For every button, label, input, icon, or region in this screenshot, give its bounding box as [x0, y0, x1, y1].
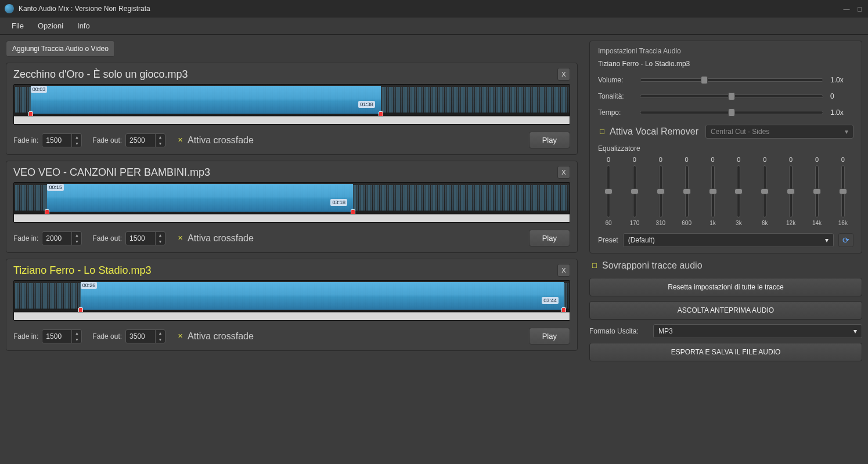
menu-info[interactable]: Info: [70, 19, 97, 32]
fadein-input[interactable]: [42, 134, 71, 147]
eq-frequency: 170: [630, 220, 640, 226]
eq-slider[interactable]: [607, 165, 610, 217]
spinner-down-icon[interactable]: ▼: [156, 238, 165, 245]
spinner-down-icon[interactable]: ▼: [156, 140, 165, 147]
fadein-label: Fade in:: [13, 136, 38, 144]
play-button[interactable]: Play: [529, 230, 570, 246]
preset-select[interactable]: (Default) ▾: [623, 233, 834, 247]
format-select[interactable]: MP3 ▾: [653, 324, 862, 338]
eq-slider[interactable]: [815, 165, 819, 217]
vocal-remover-checkbox[interactable]: ☐ Attiva Vocal Remover: [598, 126, 698, 137]
vocal-mode-select[interactable]: Central Cut - Sides ▾: [705, 125, 853, 139]
fadein-spinner[interactable]: ▲▼: [42, 133, 82, 147]
close-track-button[interactable]: X: [557, 68, 570, 81]
menu-options[interactable]: Opzioni: [31, 19, 70, 32]
eq-band: 0 170: [624, 156, 645, 226]
add-track-button[interactable]: Aggiungi Traccia Audio o Video: [6, 41, 115, 57]
eq-slider[interactable]: [789, 165, 793, 217]
settings-pane: Impostazioni Traccia Audio Tiziano Ferro…: [584, 35, 868, 464]
spinner-down-icon[interactable]: ▼: [72, 238, 81, 245]
eq-band: 0 3k: [728, 156, 749, 226]
eq-slider[interactable]: [711, 165, 715, 217]
close-track-button[interactable]: X: [557, 264, 570, 277]
refresh-icon: ⟳: [842, 235, 849, 245]
format-value: MP3: [658, 327, 673, 335]
preset-row: Preset (Default) ▾ ⟳: [598, 233, 853, 247]
track: VEO VEO - CANZONI PER BAMBINI.mp3 X 00:1…: [6, 161, 578, 253]
eq-frequency: 310: [655, 220, 665, 226]
track: Tiziano Ferro - Lo Stadio.mp3 X 00:26 03…: [6, 259, 578, 351]
overlap-checkbox[interactable]: ☐ Sovrapponi tracce audio: [589, 258, 862, 273]
eq-slider[interactable]: [841, 165, 845, 217]
spinner-up-icon[interactable]: ▲: [72, 134, 81, 140]
crossfade-checkbox[interactable]: ✕ Attiva crossfade: [176, 135, 254, 146]
chevron-down-icon: ▾: [853, 327, 857, 335]
crossfade-checkbox[interactable]: ✕ Attiva crossfade: [176, 233, 254, 244]
maximize-icon[interactable]: ◻: [855, 5, 863, 13]
eq-slider[interactable]: [763, 165, 766, 217]
eq-frequency: 1k: [709, 220, 716, 226]
reset-button[interactable]: Resetta impostazioni di tutte le tracce: [589, 278, 862, 296]
fadeout-input[interactable]: [126, 232, 155, 245]
eq-frequency: 14k: [812, 220, 822, 226]
app-icon: [5, 4, 14, 13]
play-button[interactable]: Play: [529, 328, 570, 345]
fadeout-spinner[interactable]: ▲▼: [125, 231, 165, 245]
fadeout-input[interactable]: [126, 134, 155, 147]
preset-label: Preset: [598, 236, 618, 244]
eq-frequency: 3k: [736, 220, 742, 226]
refresh-preset-button[interactable]: ⟳: [838, 233, 853, 247]
eq-slider[interactable]: [659, 165, 662, 217]
spinner-up-icon[interactable]: ▲: [72, 232, 81, 238]
fadeout-label: Fade out:: [92, 136, 122, 144]
spinner-down-icon[interactable]: ▼: [156, 336, 165, 343]
eq-band: 0 1k: [703, 156, 723, 226]
fadein-input[interactable]: [42, 330, 71, 343]
eq-slider[interactable]: [633, 165, 636, 217]
fadein-input[interactable]: [42, 232, 71, 245]
track: Zecchino d'Oro - È solo un gioco.mp3 X 0…: [6, 63, 578, 155]
check-icon: ✕: [176, 234, 184, 242]
crossfade-checkbox[interactable]: ✕ Attiva crossfade: [176, 331, 254, 342]
eq-frequency: 6k: [762, 220, 768, 226]
fadeout-spinner[interactable]: ▲▼: [125, 329, 165, 343]
close-track-button[interactable]: X: [557, 166, 570, 179]
spinner-down-icon[interactable]: ▼: [72, 140, 81, 147]
menu-file[interactable]: File: [5, 19, 31, 32]
waveform[interactable]: 00:26 03:44: [13, 280, 570, 321]
timeline[interactable]: [14, 214, 570, 222]
eq-value: 0: [711, 156, 714, 163]
spinner-up-icon[interactable]: ▲: [72, 330, 81, 336]
fadein-spinner[interactable]: ▲▼: [42, 231, 82, 245]
titlebar: Kanto Audio Mix : Versione Non Registrat…: [0, 0, 868, 17]
fadeout-input[interactable]: [126, 330, 155, 343]
eq-band: 0 12k: [780, 156, 801, 226]
preview-button[interactable]: ASCOLTA ANTEPRIMA AUDIO: [589, 301, 862, 320]
spinner-up-icon[interactable]: ▲: [156, 232, 165, 238]
waveform[interactable]: 00:15 03:18: [13, 182, 570, 223]
play-button[interactable]: Play: [529, 132, 570, 148]
fadeout-spinner[interactable]: ▲▼: [125, 133, 165, 147]
waveform[interactable]: 00:03 01:38: [13, 84, 570, 125]
export-button[interactable]: ESPORTA E SALVA IL FILE AUDIO: [589, 343, 862, 361]
eq-slider[interactable]: [737, 165, 740, 217]
eq-value: 0: [815, 156, 819, 163]
track-title: VEO VEO - CANZONI PER BAMBINI.mp3: [13, 166, 210, 179]
eq-value: 0: [659, 156, 662, 163]
timeline[interactable]: [14, 312, 570, 320]
volume-slider[interactable]: [640, 78, 823, 82]
eq-value: 0: [633, 156, 636, 163]
eq-frequency: 12k: [786, 220, 795, 226]
spinner-down-icon[interactable]: ▼: [72, 336, 81, 343]
fadein-spinner[interactable]: ▲▼: [42, 329, 82, 343]
timeline[interactable]: [14, 116, 570, 124]
preset-value: (Default): [628, 236, 655, 244]
crossfade-label: Attiva crossfade: [188, 331, 254, 342]
checkbox-icon: ☐: [598, 128, 606, 136]
eq-slider[interactable]: [685, 165, 689, 217]
spinner-up-icon[interactable]: ▲: [156, 134, 165, 140]
tempo-slider[interactable]: [640, 111, 823, 114]
minimize-icon[interactable]: —: [842, 5, 851, 13]
pitch-slider[interactable]: [640, 95, 823, 98]
spinner-up-icon[interactable]: ▲: [156, 330, 165, 336]
